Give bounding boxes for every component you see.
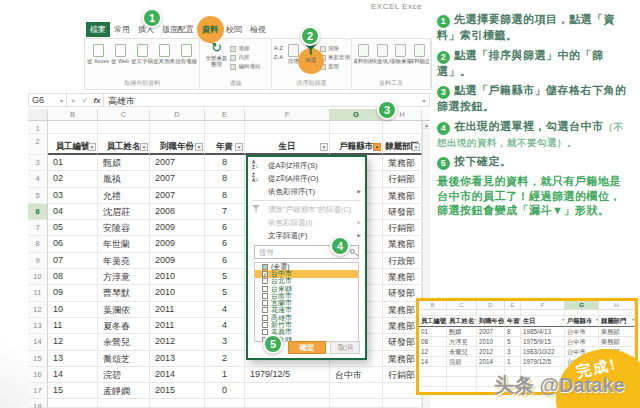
sheet-cell[interactable]: 08 bbox=[48, 269, 98, 285]
menu-item-sort-za[interactable]: ZA↓ 從Z到A排序(O) bbox=[248, 172, 365, 185]
refresh-all-button[interactable]: ↻ 全部重新整理 bbox=[202, 41, 230, 70]
sheet-cell[interactable]: 2010 bbox=[150, 269, 205, 285]
ribbon-button[interactable]: 現有連線 bbox=[175, 41, 197, 65]
sheet-cell[interactable]: 安陵容 bbox=[98, 220, 150, 236]
filter-dropdown-button[interactable]: ▾ bbox=[140, 143, 148, 151]
ribbon-small-button[interactable]: 重新套用 bbox=[320, 54, 350, 61]
ribbon-small-button[interactable]: 編輯連結 bbox=[230, 63, 260, 70]
sheet-cell[interactable]: 允禮 bbox=[98, 188, 150, 204]
sheet-cell[interactable] bbox=[383, 121, 422, 134]
row-number[interactable]: 6 bbox=[28, 204, 48, 220]
menu-item-filter-by-color[interactable]: 依色彩篩選(I) ▶ bbox=[248, 216, 365, 229]
sheet-cell[interactable]: 2011 bbox=[150, 302, 205, 318]
ribbon-button[interactable]: 從文字檔 bbox=[131, 41, 153, 65]
sheet-cell[interactable]: 行銷部 bbox=[383, 220, 422, 236]
sheet-cell[interactable]: 業務部 bbox=[383, 236, 422, 252]
row-number[interactable]: 11 bbox=[28, 285, 48, 301]
row-number[interactable]: 2 bbox=[28, 134, 48, 155]
header-cell[interactable]: 隸屬部門▾ bbox=[383, 134, 422, 155]
sheet-cell[interactable] bbox=[245, 121, 330, 134]
row-number[interactable]: 15 bbox=[28, 351, 48, 367]
header-cell[interactable]: 年資▾ bbox=[205, 134, 245, 155]
sheet-cell[interactable] bbox=[205, 399, 245, 408]
sheet-cell[interactable]: 2015 bbox=[150, 383, 205, 399]
ribbon-button[interactable]: 從 Web bbox=[109, 41, 131, 65]
sheet-cell[interactable]: 3 bbox=[205, 334, 245, 350]
sheet-cell[interactable]: 胤禛 bbox=[98, 171, 150, 187]
sheet-cell[interactable] bbox=[330, 399, 383, 408]
ribbon-button[interactable]: 快速填入 bbox=[373, 41, 392, 65]
ribbon-tab[interactable]: 檢視 bbox=[246, 22, 270, 37]
sheet-cell[interactable]: 甄嬛 bbox=[98, 155, 150, 171]
row-number[interactable]: 12 bbox=[28, 302, 48, 318]
ribbon-tab[interactable]: 校閱 bbox=[222, 22, 246, 37]
checkbox-icon[interactable] bbox=[262, 307, 268, 313]
sheet-cell[interactable]: 喬頌芝 bbox=[98, 351, 150, 367]
sheet-cell[interactable]: 1979/12/5 bbox=[245, 367, 330, 383]
sheet-cell[interactable] bbox=[330, 121, 383, 134]
sheet-cell[interactable]: 研發部 bbox=[383, 204, 422, 220]
sheet-cell[interactable]: 4 bbox=[205, 318, 245, 334]
sheet-cell[interactable] bbox=[150, 121, 205, 134]
scroll-up-icon[interactable]: ▲ bbox=[423, 121, 430, 129]
sheet-cell[interactable] bbox=[48, 121, 98, 134]
ribbon-button[interactable]: 資料剖析 bbox=[354, 41, 373, 65]
sheet-cell[interactable]: 年羹堯 bbox=[98, 253, 150, 269]
checkbox-icon[interactable] bbox=[262, 300, 268, 306]
sheet-cell[interactable]: 業務部 bbox=[383, 269, 422, 285]
select-all-corner[interactable] bbox=[28, 109, 48, 120]
sheet-cell[interactable]: 台中市 bbox=[330, 367, 383, 383]
filter-dropdown-button[interactable]: ▾ bbox=[412, 143, 420, 151]
menu-item-sort-az[interactable]: AZ↓ 從A到Z排序(S) bbox=[248, 159, 365, 172]
sheet-cell[interactable]: 4 bbox=[205, 302, 245, 318]
sheet-cell[interactable] bbox=[205, 121, 245, 134]
sheet-cell[interactable]: 6 bbox=[205, 236, 245, 252]
sheet-cell[interactable]: 14 bbox=[48, 367, 98, 383]
checkbox-icon[interactable] bbox=[262, 293, 268, 299]
sheet-cell[interactable]: 2012 bbox=[150, 334, 205, 350]
cancel-icon[interactable]: × bbox=[67, 96, 79, 105]
sheet-cell[interactable]: 05 bbox=[48, 220, 98, 236]
sheet-cell[interactable]: 12 bbox=[48, 334, 98, 350]
ribbon-small-button[interactable]: 進階 bbox=[320, 63, 350, 70]
sheet-cell[interactable]: 8 bbox=[205, 188, 245, 204]
sheet-cell[interactable]: 0 bbox=[205, 383, 245, 399]
filter-dropdown-button[interactable]: ▾ bbox=[235, 143, 243, 151]
sheet-cell[interactable]: 2008 bbox=[150, 204, 205, 220]
sheet-cell[interactable] bbox=[330, 383, 383, 399]
ribbon-button[interactable]: 資料驗證 bbox=[410, 41, 429, 65]
insert-function-icon[interactable]: fx bbox=[91, 96, 103, 105]
ribbon-button[interactable]: 移除重複 bbox=[392, 41, 411, 65]
sheet-cell[interactable]: 11 bbox=[48, 318, 98, 334]
ribbon-tab[interactable]: 常用 bbox=[110, 22, 134, 37]
row-number[interactable]: 9 bbox=[28, 253, 48, 269]
checkbox-icon[interactable] bbox=[262, 315, 268, 321]
row-number[interactable]: 4 bbox=[28, 171, 48, 187]
filter-dropdown-button[interactable]: ▾ bbox=[320, 143, 328, 151]
row-number[interactable]: 8 bbox=[28, 236, 48, 252]
sheet-cell[interactable]: 孟靜嫻 bbox=[98, 383, 150, 399]
menu-item-sort-by-color[interactable]: 依色彩排序(T) ▶ bbox=[248, 185, 365, 198]
sheet-cell[interactable] bbox=[245, 399, 330, 408]
menu-item-clear-filter[interactable]: 清除"戶籍縣市"的篩選(C) bbox=[248, 203, 365, 216]
header-cell-hukou[interactable]: 戶籍縣市▾ bbox=[330, 134, 383, 155]
sheet-cell[interactable]: 行政部 bbox=[383, 253, 422, 269]
sheet-cell[interactable]: 8 bbox=[205, 155, 245, 171]
sheet-cell[interactable]: 行銷部 bbox=[383, 171, 422, 187]
column-letter[interactable]: E bbox=[205, 109, 245, 120]
sheet-cell[interactable]: 2009 bbox=[150, 236, 205, 252]
filter-dropdown-button[interactable]: ▾ bbox=[195, 143, 203, 151]
sheet-cell[interactable]: 葉瀾依 bbox=[98, 302, 150, 318]
sheet-cell[interactable]: 業務部 bbox=[383, 188, 422, 204]
row-number[interactable]: 7 bbox=[28, 220, 48, 236]
column-letter[interactable]: D bbox=[150, 109, 205, 120]
sheet-cell[interactable]: 業務部 bbox=[383, 155, 422, 171]
sheet-cell[interactable]: 2009 bbox=[150, 253, 205, 269]
filter-dropdown-button[interactable]: ▾ bbox=[88, 143, 96, 151]
header-cell[interactable]: 到職年份▾ bbox=[150, 134, 205, 155]
sheet-cell[interactable]: 2013 bbox=[150, 351, 205, 367]
ribbon-button[interactable]: 從其他來源 bbox=[153, 41, 175, 65]
sheet-cell[interactable]: 5 bbox=[205, 269, 245, 285]
sheet-cell[interactable] bbox=[98, 121, 150, 134]
sheet-cell[interactable]: 2007 bbox=[150, 171, 205, 187]
